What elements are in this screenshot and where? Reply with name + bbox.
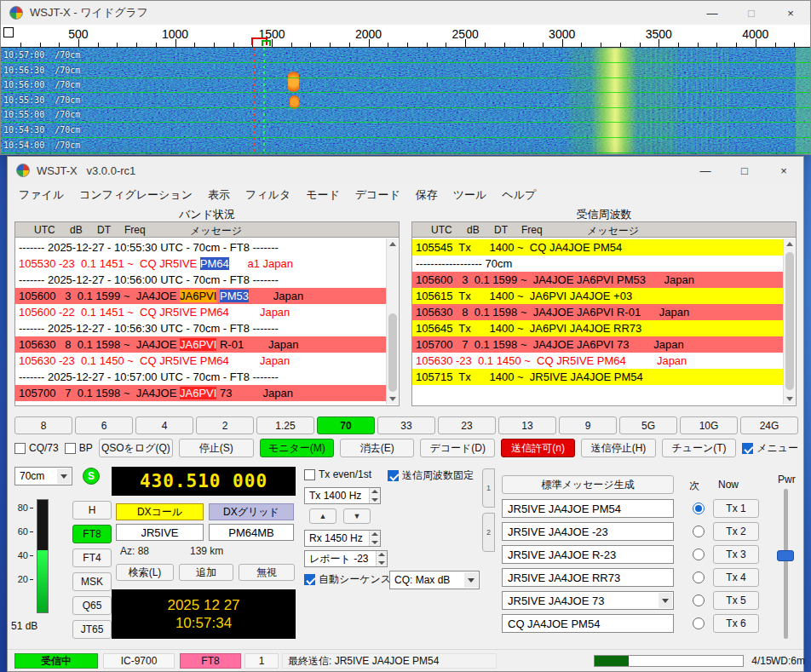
checkbox-box[interactable] bbox=[742, 443, 753, 454]
band-button-10G[interactable]: 10G bbox=[680, 416, 738, 434]
close-icon[interactable]: × bbox=[771, 1, 810, 25]
tx-message-field-4[interactable]: JR5IVE JA4JOE RR73 bbox=[502, 568, 674, 587]
band-button-5G[interactable]: 5G bbox=[619, 416, 677, 434]
decode-line[interactable]: ------- 2025-12-27 - 10:56:00 UTC - 70cm… bbox=[15, 272, 386, 288]
mode-button-FT4[interactable]: FT4 bbox=[72, 549, 112, 567]
chevron-down-icon[interactable] bbox=[464, 572, 478, 588]
message-tab-1[interactable]: 1 bbox=[482, 468, 495, 508]
decode-line[interactable]: 105545 Tx 1400 ~ CQ JA4JOE PM54 bbox=[412, 239, 783, 256]
band-activity-list[interactable]: ------- 2025-12-27 - 10:55:30 UTC - 70cm… bbox=[14, 238, 400, 406]
mode-button-JT65[interactable]: JT65 bbox=[72, 620, 112, 639]
mode-button-FT8[interactable]: FT8 bbox=[72, 525, 112, 543]
tx-message-field-5[interactable]: JR5IVE JA4JOE 73 bbox=[502, 591, 674, 610]
menu-item-2[interactable]: コンフィグレーション bbox=[72, 184, 200, 206]
spinner-arrows-icon[interactable] bbox=[369, 488, 380, 503]
decode-line[interactable]: 105630 -23 0.1 1450 ~ CQ JR5IVE PM64 Jap… bbox=[15, 353, 386, 369]
band-button-23[interactable]: 23 bbox=[438, 416, 496, 434]
now-tx-button-5[interactable]: Tx 5 bbox=[713, 591, 759, 610]
band-button-33[interactable]: 33 bbox=[377, 416, 435, 434]
dx-grid-input[interactable]: PM64MB bbox=[209, 524, 294, 541]
tx-freq-spinner[interactable]: Tx 1400 Hz bbox=[304, 487, 381, 504]
pwr-slider[interactable] bbox=[774, 489, 797, 639]
tx-message-field-3[interactable]: JR5IVE JA4JOE R-23 bbox=[502, 545, 674, 564]
decode-line[interactable]: 105600 -22 0.1 1451 ~ CQ JR5IVE PM64 Jap… bbox=[15, 304, 386, 320]
tx-message-field-6[interactable]: CQ JA4JOE PM54 bbox=[502, 614, 674, 633]
cq73-checkbox[interactable]: CQ/73 bbox=[14, 442, 59, 454]
band-button-2[interactable]: 2 bbox=[196, 416, 254, 434]
close-icon[interactable]: × bbox=[764, 157, 803, 184]
scrollbar-thumb[interactable] bbox=[785, 252, 794, 390]
minimize-icon[interactable]: — bbox=[693, 1, 732, 25]
decode-line[interactable]: 105630 -23 0.1 1450 ~ CQ JR5IVE PM64 Jap… bbox=[412, 353, 783, 369]
decode-button[interactable]: デコード(D) bbox=[420, 439, 494, 457]
dx-call-button[interactable]: DXコール bbox=[116, 503, 204, 520]
decode-line[interactable]: ------------------ 70cm bbox=[412, 256, 783, 272]
chevron-down-icon[interactable] bbox=[659, 593, 672, 608]
generate-messages-button[interactable]: 標準メッセージ生成 bbox=[502, 475, 674, 494]
enable-tx-button[interactable]: 送信許可(n) bbox=[501, 439, 575, 457]
tx-down-button[interactable]: ▼ bbox=[343, 508, 371, 524]
tx-message-field-1[interactable]: JR5IVE JA4JOE PM54 bbox=[502, 499, 674, 518]
rx-frequency-list[interactable]: 105545 Tx 1400 ~ CQ JA4JOE PM54---------… bbox=[411, 238, 797, 406]
decode-line[interactable]: 105715 Tx 1400 ~ JR5IVE JA4JOE PM54 bbox=[412, 369, 783, 385]
decode-line[interactable]: 105530 -23 0.1 1451 ~ CQ JR5IVE PM64 a1 … bbox=[15, 256, 386, 272]
now-tx-button-3[interactable]: Tx 3 bbox=[713, 545, 759, 564]
ignore-button[interactable]: 無視 bbox=[239, 564, 295, 581]
band-button-70[interactable]: 70 bbox=[317, 416, 375, 434]
scrollbar-thumb[interactable] bbox=[388, 313, 397, 392]
next-tx-radio-2[interactable] bbox=[693, 526, 705, 537]
minimize-icon[interactable]: — bbox=[686, 157, 725, 184]
menu-item-7[interactable]: 保存 bbox=[408, 184, 446, 206]
mode-button-MSK[interactable]: MSK bbox=[72, 572, 112, 591]
tx-up-button[interactable]: ▲ bbox=[309, 508, 336, 524]
band-button-6[interactable]: 6 bbox=[75, 416, 133, 434]
scrollbar[interactable] bbox=[783, 238, 795, 405]
bp-checkbox[interactable]: BP bbox=[65, 442, 93, 454]
band-button-8[interactable]: 8 bbox=[14, 416, 72, 434]
decode-line[interactable]: ------- 2025-12-27 - 10:55:30 UTC - 70cm… bbox=[15, 239, 386, 256]
tx-message-field-2[interactable]: JR5IVE JA4JOE -23 bbox=[502, 522, 674, 541]
menu-item-9[interactable]: ヘルプ bbox=[494, 184, 544, 206]
checkbox-box[interactable] bbox=[304, 574, 315, 585]
next-tx-radio-3[interactable] bbox=[693, 549, 705, 560]
mode-button-H[interactable]: H bbox=[72, 501, 112, 520]
chevron-down-icon[interactable] bbox=[57, 468, 71, 484]
menu-item-6[interactable]: デコード bbox=[348, 184, 408, 206]
checkbox-box[interactable] bbox=[388, 470, 399, 481]
scrollbar[interactable] bbox=[386, 238, 398, 405]
halt-tx-button[interactable]: 送信停止(H) bbox=[581, 439, 655, 457]
cq-filter-combo[interactable]: CQ: Max dB bbox=[389, 571, 480, 589]
next-tx-radio-6[interactable] bbox=[693, 617, 705, 629]
erase-button[interactable]: 消去(E) bbox=[340, 439, 414, 457]
now-tx-button-4[interactable]: Tx 4 bbox=[713, 568, 759, 587]
decode-line[interactable]: 105600 3 0.1 1599 ~ JA4JOE JA6PVI PM53 J… bbox=[15, 288, 386, 304]
maximize-icon[interactable]: □ bbox=[732, 1, 771, 25]
now-tx-button-6[interactable]: Tx 6 bbox=[713, 614, 759, 633]
decode-line[interactable]: 105600 3 0.1 1599 ~ JA4JOE JA6PVI PM53 J… bbox=[412, 272, 783, 288]
next-tx-radio-5[interactable] bbox=[693, 594, 705, 606]
checkbox-box[interactable] bbox=[304, 469, 315, 480]
band-button-9[interactable]: 9 bbox=[559, 416, 617, 434]
next-tx-radio-1[interactable] bbox=[693, 503, 705, 514]
spinner-arrows-icon[interactable] bbox=[369, 531, 380, 546]
menu-item-1[interactable]: ファイル bbox=[11, 184, 72, 206]
frequency-scale[interactable]: 5001000150020002500300035004000 bbox=[1, 25, 810, 48]
mode-button-Q65[interactable]: Q65 bbox=[72, 596, 112, 615]
add-button[interactable]: 追加 bbox=[179, 564, 233, 581]
decode-line[interactable]: 105700 7 0.1 1598 ~ JA4JOE JA6PVI 73 Jap… bbox=[15, 385, 386, 401]
scroll-up-icon[interactable] bbox=[784, 238, 795, 250]
decode-line[interactable]: ------- 2025-12-27 - 10:56:30 UTC - 70cm… bbox=[15, 320, 386, 336]
band-button-4[interactable]: 4 bbox=[135, 416, 193, 434]
next-tx-radio-4[interactable] bbox=[693, 571, 705, 583]
band-button-13[interactable]: 13 bbox=[498, 416, 556, 434]
stop-button[interactable]: 停止(S) bbox=[179, 439, 253, 457]
menu-item-8[interactable]: ツール bbox=[446, 184, 495, 206]
pwr-slider-track[interactable] bbox=[784, 489, 788, 639]
pwr-slider-handle[interactable] bbox=[777, 550, 794, 561]
decode-line[interactable]: 105630 8 0.1 1598 ~ JA4JOE JA6PVI R-01 J… bbox=[412, 304, 783, 320]
scroll-up-icon[interactable] bbox=[387, 238, 398, 250]
decode-line[interactable]: 105615 Tx 1400 ~ JA6PVI JA4JOE +03 bbox=[412, 288, 783, 304]
log-qso-button[interactable]: QSOをログ(Q) bbox=[99, 439, 173, 457]
decode-line[interactable]: 105645 Tx 1400 ~ JA6PVI JA4JOE RR73 bbox=[412, 320, 783, 336]
dx-call-input[interactable]: JR5IVE bbox=[116, 524, 204, 541]
